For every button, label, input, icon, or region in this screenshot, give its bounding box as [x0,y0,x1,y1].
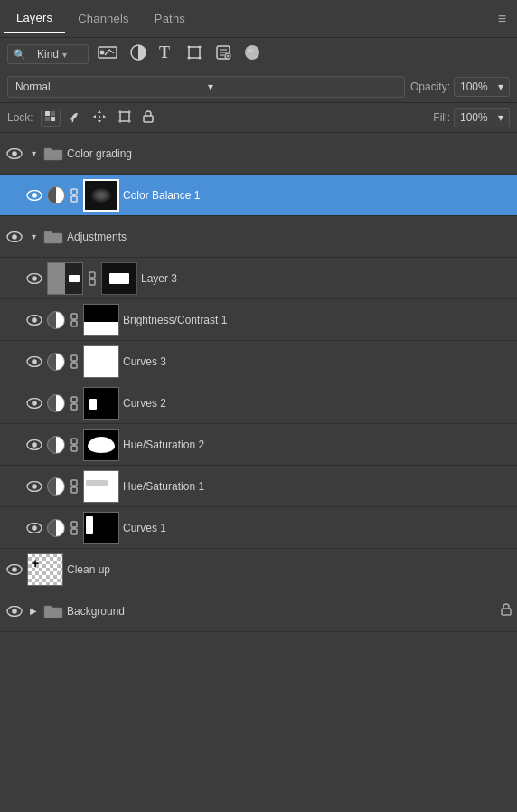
svg-marker-17 [98,110,101,113]
visibility-toggle[interactable] [25,186,43,204]
svg-rect-35 [89,272,95,278]
tab-layers[interactable]: Layers [4,4,65,33]
svg-point-34 [32,276,37,281]
layer-thumbnail [83,470,119,503]
visibility-toggle[interactable] [5,561,24,579]
chain-icon [69,311,80,329]
kind-dropdown[interactable]: 🔍 Kind ▾ [7,44,89,64]
layer-name: Color grading [67,147,132,160]
visibility-toggle[interactable] [25,269,43,288]
svg-rect-51 [71,404,77,410]
tab-paths[interactable]: Paths [142,5,198,33]
visibility-toggle[interactable] [25,519,43,537]
adjustment-icon[interactable] [127,42,150,66]
adjustment-layer-icon [47,311,65,329]
layer-thumbnail [47,262,83,295]
tabs-bar: Layers Channels Paths ≡ [0,0,517,38]
opacity-value: 100% [460,80,488,93]
smart-filter-icon[interactable] [212,42,235,66]
lock-pixels-button[interactable] [41,109,61,127]
lock-all-button[interactable] [140,109,156,127]
opacity-dropdown[interactable]: 100% ▾ [454,77,510,97]
visibility-toggle[interactable] [5,602,24,620]
svg-rect-46 [71,363,77,368]
fill-arrow: ▾ [498,111,503,124]
visibility-toggle[interactable] [5,145,24,163]
svg-rect-41 [71,321,77,326]
folder-icon [43,229,63,245]
visibility-toggle[interactable] [25,394,43,412]
pixel-icon[interactable] [94,42,121,66]
svg-rect-14 [51,111,55,116]
panel-menu-icon[interactable]: ≡ [491,4,513,34]
svg-rect-65 [71,522,77,527]
adjustment-layer-icon [47,519,65,537]
layer-item[interactable]: Layer 3 [0,258,517,299]
layer-name: Brightness/Contrast 1 [123,314,227,326]
layer-name: Background [67,605,125,618]
svg-point-25 [12,151,17,156]
ball-icon[interactable] [240,42,264,66]
svg-rect-45 [71,355,77,361]
lock-position-button[interactable] [89,109,109,127]
layer-name: Layer 3 [141,272,177,285]
layer-item[interactable]: Color Balance 1 [0,175,517,216]
svg-point-6 [199,46,202,49]
blend-mode-dropdown[interactable]: Normal ▾ [7,76,405,98]
type-icon[interactable]: T [155,42,177,66]
layer-item[interactable]: Hue/Saturation 2 [0,424,517,466]
opacity-arrow: ▾ [498,80,503,93]
fill-value: 100% [460,111,488,124]
svg-point-71 [12,609,17,614]
fill-section: Fill: 100% ▾ [433,108,510,127]
layer-name: Hue/Saturation 1 [123,480,204,493]
visibility-toggle[interactable] [5,228,24,246]
layer-item[interactable]: Brightness/Contrast 1 [0,299,517,341]
layer-thumbnail [83,512,119,544]
svg-marker-20 [103,115,106,118]
layer-thumbnail [83,429,119,461]
layer-item[interactable]: Clean up [0,549,517,590]
svg-rect-50 [71,397,77,402]
layer-name: Hue/Saturation 2 [123,439,204,451]
layer-item[interactable]: ▾ Color grading [0,133,517,175]
svg-point-7 [188,57,191,60]
layers-list: ▾ Color grading Co [0,133,517,632]
svg-rect-66 [71,529,77,534]
layer-item[interactable]: Hue/Saturation 1 [0,466,517,507]
svg-point-1 [100,51,105,55]
svg-point-49 [32,401,37,406]
visibility-toggle[interactable] [25,436,43,454]
svg-rect-15 [45,117,50,121]
layer-thumbnail [83,345,119,378]
layer-item[interactable]: Curves 1 [0,507,517,549]
fill-dropdown[interactable]: 100% ▾ [454,108,510,127]
layer-item[interactable]: Curves 2 [0,382,517,424]
layer-item[interactable]: ▾ Adjustments [0,216,517,258]
layer-item[interactable]: ▶ Background [0,590,517,632]
tab-channels[interactable]: Channels [65,5,142,33]
lock-brush-button[interactable] [66,109,84,127]
layer-name: Curves 1 [123,522,166,534]
group-expand-toggle[interactable]: ▾ [27,148,40,158]
visibility-toggle[interactable] [25,353,43,371]
blend-row: Normal ▾ Opacity: 100% ▾ [0,71,517,103]
visibility-toggle[interactable] [25,477,43,496]
adjustment-layer-icon [47,394,65,412]
chain-icon [69,186,80,204]
visibility-toggle[interactable] [25,311,43,329]
group-expand-toggle[interactable]: ▾ [27,231,40,241]
lock-artboard-button[interactable] [115,109,135,127]
transform-icon[interactable] [183,42,206,66]
layer-item[interactable]: Curves 3 [0,341,517,382]
toolbar-row: 🔍 Kind ▾ T [0,38,517,71]
svg-point-12 [248,49,253,52]
layer-name: Adjustments [67,231,127,243]
svg-rect-22 [120,112,129,121]
layer-thumbnail [27,553,63,586]
group-expand-toggle[interactable]: ▶ [27,606,40,616]
chain-icon [69,436,80,454]
svg-point-69 [12,567,17,572]
svg-marker-19 [93,115,96,118]
svg-rect-21 [99,116,100,118]
